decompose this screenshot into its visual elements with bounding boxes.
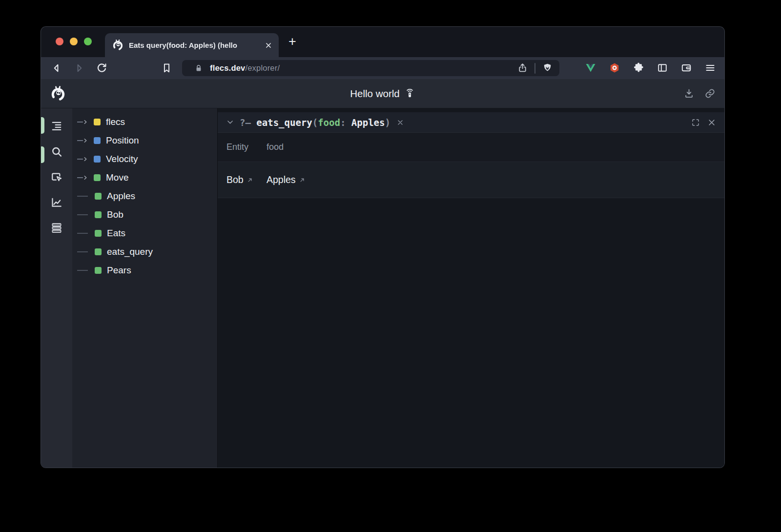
fullscreen-icon[interactable] [691, 118, 700, 127]
tree-item-apples[interactable]: Apples [72, 187, 217, 205]
entity-color-swatch [94, 174, 101, 181]
chevron-right-icon[interactable] [82, 119, 89, 125]
address-bar[interactable]: flecs.dev/explorer/ [182, 60, 559, 76]
entity-color-swatch [94, 119, 101, 125]
tree-connector [77, 196, 88, 197]
download-icon[interactable] [683, 88, 695, 99]
tree-item-velocity[interactable]: Velocity [72, 150, 217, 168]
app-header: Hello world [41, 79, 724, 108]
empty-results-area [218, 198, 724, 468]
zoom-window-button[interactable] [84, 38, 92, 45]
entity-color-swatch [94, 137, 101, 144]
browser-toolbar: flecs.dev/explorer/ [41, 57, 724, 79]
clear-query-icon[interactable] [396, 119, 404, 126]
tree-item-label: flecs [106, 117, 125, 127]
tree-connector [77, 251, 88, 252]
active-indicator [41, 117, 44, 134]
bookmark-icon[interactable] [161, 62, 173, 74]
reload-button[interactable] [96, 62, 108, 74]
wallet-icon[interactable] [680, 62, 692, 74]
minimize-window-button[interactable] [70, 38, 78, 45]
browser-tab[interactable]: Eats query(food: Apples) (hello [105, 33, 279, 57]
entity-color-swatch [94, 156, 101, 163]
new-tab-button[interactable]: + [285, 35, 300, 49]
entity-color-swatch [95, 267, 102, 274]
tree-connector [77, 214, 88, 215]
flecs-favicon-icon [112, 39, 124, 51]
back-button[interactable] [50, 62, 62, 74]
traffic-lights [56, 38, 92, 45]
chevron-right-icon[interactable] [82, 156, 89, 163]
url-path: /explorer/ [245, 63, 280, 72]
link-icon[interactable] [704, 88, 716, 99]
extension-icons [585, 62, 716, 74]
tool-rail [41, 108, 72, 468]
world-title: Hello world [350, 88, 399, 100]
stats-icon[interactable] [50, 221, 63, 235]
urlbar-divider [534, 63, 535, 74]
vue-devtools-icon[interactable] [585, 62, 596, 74]
close-window-button[interactable] [56, 38, 63, 45]
charts-icon[interactable] [50, 196, 63, 209]
chevron-down-icon[interactable] [226, 118, 234, 126]
tab-bar: Eats query(food: Apples) (hello + [41, 27, 724, 57]
extensions-puzzle-icon[interactable] [633, 62, 644, 74]
search-icon[interactable] [50, 145, 63, 159]
tree-item-label: Apples [107, 191, 135, 202]
tree-view-icon[interactable] [50, 120, 63, 133]
query-expression: ?– eats_query(food: Apples) [240, 117, 390, 128]
close-panel-icon[interactable] [707, 118, 716, 127]
query-colon: : [340, 117, 351, 128]
tree-connector [77, 233, 88, 234]
open-entity-arrow-icon [299, 177, 306, 184]
tree-item-move[interactable]: Move [72, 168, 217, 187]
query-value: Apples [351, 117, 385, 128]
tree-item-position[interactable]: Position [72, 131, 217, 150]
tab-title: Eats query(food: Apples) (hello [129, 41, 264, 49]
tree-item-label: eats_query [107, 246, 153, 257]
inspector-icon[interactable] [50, 170, 63, 184]
query-name: eats_query [256, 117, 312, 128]
query-open-paren: ( [312, 117, 318, 128]
sidebar-toggle-icon[interactable] [657, 62, 668, 74]
query-header: ?– eats_query(food: Apples) [218, 112, 724, 133]
tab-close-icon[interactable] [264, 41, 273, 50]
active-indicator [41, 146, 44, 163]
url-host: flecs.dev [210, 63, 245, 72]
menu-icon[interactable] [704, 62, 716, 74]
hexagon-extension-icon[interactable] [609, 62, 620, 74]
remote-connection-icon [404, 88, 415, 99]
brave-shield-icon[interactable] [542, 62, 553, 74]
lock-icon [194, 63, 204, 73]
entity-color-swatch [95, 211, 102, 218]
cell-food: Apples [267, 174, 296, 185]
entity-link-apples[interactable]: Apples [267, 174, 306, 185]
tree-item-flecs[interactable]: flecs [72, 113, 217, 131]
column-header-food: food [267, 142, 724, 152]
column-header-entity: Entity [218, 142, 267, 152]
tree-item-label: Bob [107, 209, 123, 220]
tree-item-label: Position [106, 135, 139, 146]
tree-item-label: Move [106, 172, 128, 183]
tree-item-eats-query[interactable]: eats_query [72, 243, 217, 261]
tree-item-label: Pears [107, 265, 131, 276]
query-variable: food [318, 117, 340, 128]
explorer-content: flecs Position Velocity Move [41, 108, 724, 468]
entity-link-bob[interactable]: Bob [226, 174, 253, 185]
query-prefix: ?– [240, 117, 256, 128]
query-panel: ?– eats_query(food: Apples) Entity food … [217, 108, 724, 468]
cell-entity: Bob [226, 174, 244, 185]
tree-item-eats[interactable]: Eats [72, 224, 217, 243]
forward-button[interactable] [73, 62, 85, 74]
tree-item-label: Eats [107, 228, 125, 239]
results-table-row: Bob Apples [218, 162, 724, 198]
entity-color-swatch [95, 230, 102, 237]
entity-color-swatch [95, 193, 102, 200]
chevron-right-icon[interactable] [82, 174, 89, 181]
flecs-logo-icon[interactable] [50, 85, 66, 102]
browser-window: Eats query(food: Apples) (hello + flecs [41, 27, 724, 468]
chevron-right-icon[interactable] [82, 137, 89, 144]
tree-item-pears[interactable]: Pears [72, 261, 217, 280]
share-icon[interactable] [517, 62, 528, 74]
tree-item-bob[interactable]: Bob [72, 205, 217, 224]
